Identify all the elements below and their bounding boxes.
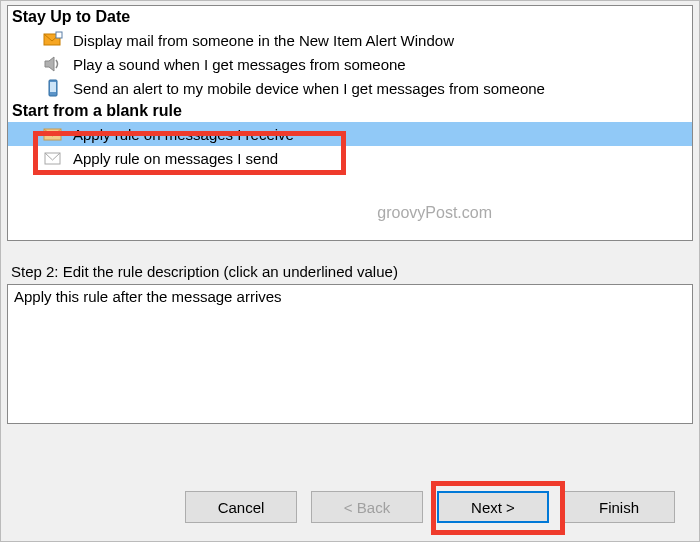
- watermark: groovyPost.com: [377, 204, 492, 222]
- item-apply-rule-send[interactable]: Apply rule on messages I send: [8, 146, 692, 170]
- mail-alert-icon: [43, 31, 63, 49]
- cancel-button[interactable]: Cancel: [185, 491, 297, 523]
- next-button[interactable]: Next >: [437, 491, 549, 523]
- item-label: Send an alert to my mobile device when I…: [73, 80, 545, 97]
- back-button: < Back: [311, 491, 423, 523]
- item-label: Display mail from someone in the New Ite…: [73, 32, 454, 49]
- svg-marker-2: [45, 57, 54, 71]
- template-listbox[interactable]: Stay Up to Date Display mail from someon…: [7, 5, 693, 241]
- finish-button[interactable]: Finish: [563, 491, 675, 523]
- item-mobile-alert[interactable]: Send an alert to my mobile device when I…: [8, 76, 692, 100]
- envelope-send-icon: [43, 149, 63, 167]
- svg-rect-1: [56, 32, 62, 38]
- item-label: Apply rule on messages I send: [73, 150, 278, 167]
- section-start-blank-rule: Start from a blank rule: [8, 100, 692, 122]
- rules-wizard-dialog: Stay Up to Date Display mail from someon…: [0, 0, 700, 542]
- envelope-receive-icon: [43, 125, 63, 143]
- svg-rect-4: [50, 82, 56, 92]
- section-stay-up-to-date: Stay Up to Date: [8, 6, 692, 28]
- item-apply-rule-receive[interactable]: Apply rule on messages I receive: [8, 122, 692, 146]
- step2-label: Step 2: Edit the rule description (click…: [7, 263, 693, 280]
- button-row: Cancel < Back Next > Finish: [185, 491, 675, 523]
- item-label: Play a sound when I get messages from so…: [73, 56, 406, 73]
- item-new-item-alert[interactable]: Display mail from someone in the New Ite…: [8, 28, 692, 52]
- item-play-sound[interactable]: Play a sound when I get messages from so…: [8, 52, 692, 76]
- speaker-icon: [43, 55, 63, 73]
- mobile-icon: [43, 79, 63, 97]
- rule-description-text: Apply this rule after the message arrive…: [14, 288, 282, 305]
- rule-description-box[interactable]: Apply this rule after the message arrive…: [7, 284, 693, 424]
- item-label: Apply rule on messages I receive: [73, 126, 294, 143]
